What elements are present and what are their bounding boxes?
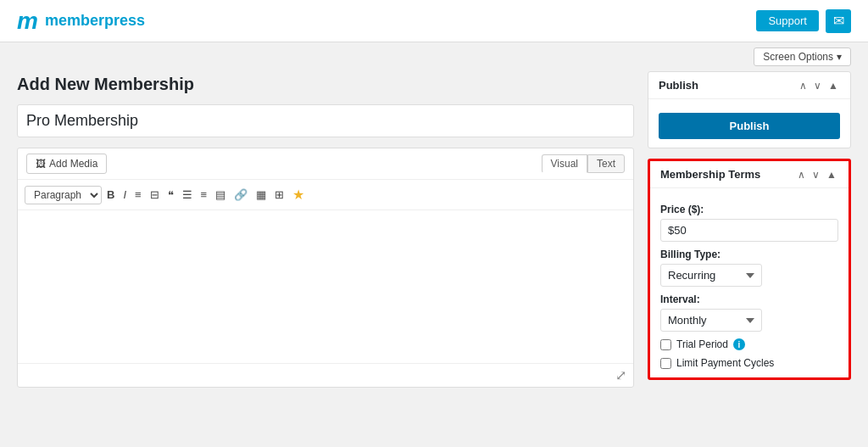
membership-terms-header: Membership Terms ∧ ∨ ▲ (650, 161, 849, 188)
envelope-button[interactable]: ✉ (826, 9, 851, 33)
membership-terms-controls: ∧ ∨ ▲ (796, 169, 838, 181)
price-input[interactable] (660, 219, 838, 242)
add-media-button[interactable]: 🖼 Add Media (26, 154, 107, 174)
add-media-icon: 🖼 (36, 158, 46, 170)
publish-box-controls: ∧ ∨ ▲ (798, 80, 840, 92)
star-rating-button[interactable]: ★ (289, 185, 308, 204)
support-button[interactable]: Support (756, 10, 819, 31)
tab-text[interactable]: Text (587, 154, 625, 173)
trial-period-row: Trial Period i (660, 338, 838, 350)
paragraph-select[interactable]: Paragraph (25, 186, 102, 204)
publish-collapse-up-button[interactable]: ∧ (798, 80, 809, 92)
bold-button[interactable]: B (103, 187, 118, 203)
billing-type-select[interactable]: Recurring One-Time Lifetime (660, 264, 762, 287)
publish-box-title: Publish (659, 79, 698, 92)
view-tabs: Visual Text (542, 154, 625, 173)
limit-cycles-checkbox[interactable] (660, 358, 671, 369)
logo-m-icon: m (17, 9, 38, 33)
publish-collapse-down-button[interactable]: ∨ (812, 80, 823, 92)
logo-text: memberpress (45, 12, 145, 30)
header: m memberpress Support ✉ (0, 0, 868, 42)
tab-visual[interactable]: Visual (542, 154, 587, 173)
editor-top-bar: 🖼 Add Media Visual Text (18, 148, 633, 180)
membership-terms-body: Price ($): Billing Type: Recurring One-T… (650, 188, 849, 377)
blockquote-button[interactable]: ❝ (164, 187, 177, 203)
trial-period-checkbox[interactable] (660, 339, 671, 350)
terms-collapse-down-button[interactable]: ∨ (810, 169, 821, 181)
interval-select[interactable]: Monthly Weekly Yearly Daily (660, 309, 762, 332)
ordered-list-button[interactable]: ⊟ (147, 187, 163, 203)
unordered-list-button[interactable]: ≡ (131, 187, 145, 203)
screen-options-arrow-icon: ▾ (837, 51, 842, 63)
screen-options-label: Screen Options (763, 51, 833, 63)
envelope-icon: ✉ (833, 13, 844, 29)
interval-label: Interval: (660, 293, 838, 305)
publish-button[interactable]: Publish (659, 113, 840, 139)
publish-close-button[interactable]: ▲ (826, 80, 840, 92)
publish-box-header: Publish ∧ ∨ ▲ (648, 72, 850, 99)
membership-terms-box: Membership Terms ∧ ∨ ▲ Price ($): Billin… (648, 159, 851, 380)
left-column: Add New Membership 🖼 Add Media Visual Te… (17, 71, 634, 390)
right-column: Publish ∧ ∨ ▲ Publish Membership Terms ∧… (648, 71, 851, 390)
italic-button[interactable]: I (120, 187, 130, 203)
page-title: Add New Membership (17, 71, 634, 94)
terms-collapse-up-button[interactable]: ∧ (796, 169, 807, 181)
toolbar-toggle-button[interactable]: ⊞ (271, 187, 287, 203)
billing-type-label: Billing Type: (660, 249, 838, 260)
formatting-bar: Paragraph B I ≡ ⊟ ❝ ☰ ≡ ▤ 🔗 ▦ ⊞ ★ (18, 180, 633, 210)
align-right-button[interactable]: ▤ (212, 187, 229, 203)
link-button[interactable]: 🔗 (231, 187, 251, 203)
membership-terms-title: Membership Terms (660, 168, 760, 181)
more-button[interactable]: ▦ (253, 187, 270, 203)
main-wrap: Add New Membership 🖼 Add Media Visual Te… (0, 71, 868, 407)
screen-options-bar: Screen Options ▾ (0, 42, 868, 71)
editor-content[interactable] (18, 210, 633, 363)
publish-box: Publish ∧ ∨ ▲ Publish (648, 71, 851, 148)
expand-editor-button[interactable]: ⤢ (615, 367, 626, 383)
membership-title-input[interactable] (17, 104, 634, 137)
limit-cycles-row: Limit Payment Cycles (660, 357, 838, 369)
screen-options-button[interactable]: Screen Options ▾ (754, 47, 851, 66)
publish-box-body: Publish (648, 99, 850, 148)
price-label: Price ($): (660, 204, 838, 215)
editor-area: 🖼 Add Media Visual Text Paragraph B I ≡ … (17, 148, 634, 388)
terms-close-button[interactable]: ▲ (825, 169, 838, 181)
trial-period-label: Trial Period (676, 338, 728, 350)
align-center-button[interactable]: ≡ (198, 187, 211, 203)
editor-footer: ⤢ (18, 363, 633, 387)
trial-period-info-icon[interactable]: i (733, 338, 745, 350)
logo-area: m memberpress (17, 9, 145, 33)
add-media-label: Add Media (49, 158, 97, 170)
align-left-button[interactable]: ☰ (179, 187, 196, 203)
limit-cycles-label: Limit Payment Cycles (676, 357, 774, 369)
header-actions: Support ✉ (756, 9, 851, 33)
